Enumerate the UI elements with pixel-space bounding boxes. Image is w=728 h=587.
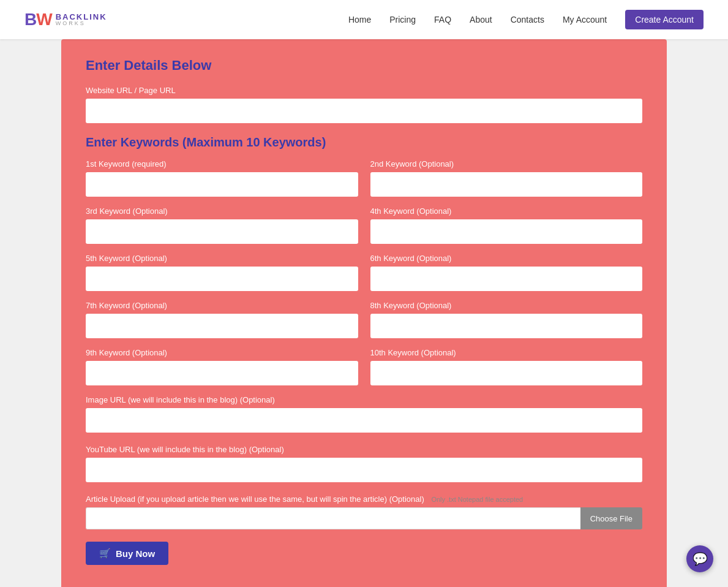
buy-now-button[interactable]: 🛒 Buy Now	[86, 542, 168, 565]
keyword-6-label: 6th Keyword (Optional)	[370, 254, 643, 263]
file-text-input[interactable]	[86, 507, 580, 529]
keyword-1-label: 1st Keyword (required)	[86, 159, 358, 169]
nav-pricing[interactable]: Pricing	[389, 15, 416, 25]
keyword-row-5: 9th Keyword (Optional) 10th Keyword (Opt…	[86, 348, 642, 385]
nav-faq[interactable]: FAQ	[434, 15, 451, 25]
article-upload-field: Article Upload (if you upload article th…	[86, 494, 642, 529]
keyword-row-4: 7th Keyword (Optional) 8th Keyword (Opti…	[86, 301, 642, 338]
logo[interactable]: BW BACKLINK WORKS	[24, 10, 107, 29]
chat-icon: 💬	[692, 551, 708, 566]
keyword-col-3: 3rd Keyword (Optional)	[86, 206, 358, 244]
keyword-4-label: 4th Keyword (Optional)	[370, 206, 643, 216]
site-header: BW BACKLINK WORKS Home Pricing FAQ About…	[0, 0, 728, 39]
logo-text: BACKLINK WORKS	[56, 13, 107, 26]
nav-about[interactable]: About	[470, 15, 492, 25]
article-upload-label: Article Upload (if you upload article th…	[86, 494, 642, 504]
keyword-2-label: 2nd Keyword (Optional)	[370, 159, 643, 169]
keywords-section-title: Enter Keywords (Maximum 10 Keywords)	[86, 135, 642, 150]
keyword-7-label: 7th Keyword (Optional)	[86, 301, 358, 310]
keyword-row-3: 5th Keyword (Optional) 6th Keyword (Opti…	[86, 254, 642, 291]
logo-b: B	[24, 10, 36, 29]
keyword-3-input[interactable]	[86, 219, 358, 244]
keyword-9-label: 9th Keyword (Optional)	[86, 348, 358, 357]
logo-letters: BW	[24, 10, 52, 29]
file-upload-note: Only .txt Notepad file accepted	[431, 496, 523, 503]
keyword-8-label: 8th Keyword (Optional)	[370, 301, 643, 310]
keyword-5-label: 5th Keyword (Optional)	[86, 254, 358, 263]
logo-brand-sub: WORKS	[56, 21, 107, 26]
logo-w: W	[36, 10, 51, 29]
keyword-3-label: 3rd Keyword (Optional)	[86, 206, 358, 216]
keyword-col-7: 7th Keyword (Optional)	[86, 301, 358, 338]
keyword-col-10: 10th Keyword (Optional)	[370, 348, 643, 385]
nav-contacts[interactable]: Contacts	[511, 15, 544, 25]
keyword-col-6: 6th Keyword (Optional)	[370, 254, 643, 291]
keyword-col-1: 1st Keyword (required)	[86, 159, 358, 197]
keyword-row-1: 1st Keyword (required) 2nd Keyword (Opti…	[86, 159, 642, 197]
keyword-5-input[interactable]	[86, 267, 358, 291]
keyword-10-label: 10th Keyword (Optional)	[370, 348, 643, 357]
file-input-wrapper: Choose File	[86, 507, 642, 529]
keyword-6-input[interactable]	[370, 267, 643, 291]
keyword-10-input[interactable]	[370, 361, 643, 385]
image-url-label: Image URL (we will include this in the b…	[86, 395, 642, 404]
youtube-url-input[interactable]	[86, 458, 642, 482]
chat-bubble[interactable]: 💬	[686, 545, 713, 572]
youtube-url-field: YouTube URL (we will include this in the…	[86, 445, 642, 482]
keyword-7-input[interactable]	[86, 314, 358, 338]
website-url-field: Website URL / Page URL	[86, 86, 642, 123]
buy-now-label: Buy Now	[116, 548, 155, 559]
keyword-1-input[interactable]	[86, 172, 358, 197]
main-nav: Home Pricing FAQ About Contacts My Accou…	[348, 10, 704, 29]
keyword-4-input[interactable]	[370, 219, 643, 244]
page-body: Enter Details Below Website URL / Page U…	[0, 39, 728, 587]
nav-create-account[interactable]: Create Account	[625, 10, 704, 29]
nav-home[interactable]: Home	[348, 15, 371, 25]
section-title: Enter Details Below	[86, 58, 642, 74]
website-url-label: Website URL / Page URL	[86, 86, 642, 95]
nav-my-account[interactable]: My Account	[563, 15, 607, 25]
buy-now-icon: 🛒	[99, 548, 111, 559]
keyword-row-2: 3rd Keyword (Optional) 4th Keyword (Opti…	[86, 206, 642, 244]
keyword-col-9: 9th Keyword (Optional)	[86, 348, 358, 385]
keyword-8-input[interactable]	[370, 314, 643, 338]
website-url-input[interactable]	[86, 99, 642, 123]
image-url-field: Image URL (we will include this in the b…	[86, 395, 642, 433]
keyword-col-5: 5th Keyword (Optional)	[86, 254, 358, 291]
youtube-url-label: YouTube URL (we will include this in the…	[86, 445, 642, 454]
image-url-input[interactable]	[86, 408, 642, 433]
choose-file-button[interactable]: Choose File	[580, 507, 642, 529]
keyword-col-8: 8th Keyword (Optional)	[370, 301, 643, 338]
form-container: Enter Details Below Website URL / Page U…	[61, 39, 667, 587]
keyword-col-4: 4th Keyword (Optional)	[370, 206, 643, 244]
keyword-col-2: 2nd Keyword (Optional)	[370, 159, 643, 197]
keyword-9-input[interactable]	[86, 361, 358, 385]
keyword-2-input[interactable]	[370, 172, 643, 197]
